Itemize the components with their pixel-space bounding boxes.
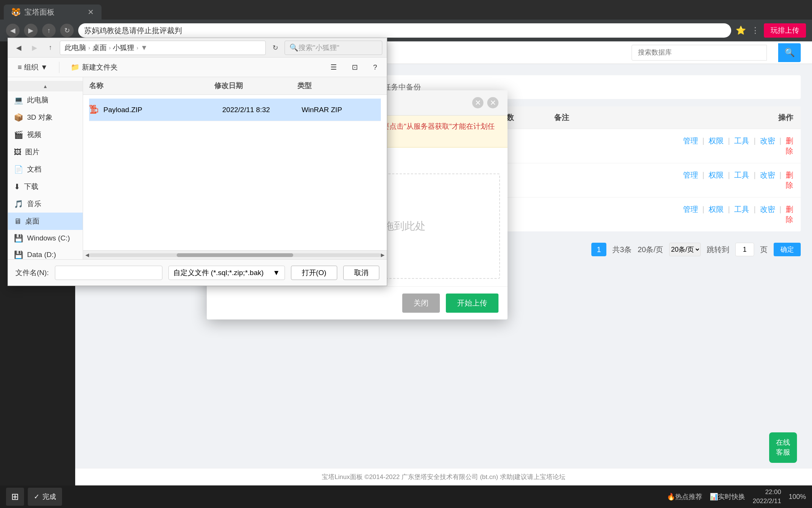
active-tab[interactable]: 🐯 宝塔面板 ✕ [4,5,102,20]
page-confirm-btn[interactable]: 确定 [774,243,801,256]
page-num-btn[interactable]: 1 [591,243,606,256]
browser-icons: ⭐ ⋮ [736,26,759,35]
row2-manage[interactable]: 管理 [683,171,698,179]
fe-search-bar[interactable]: 🔍 搜索"小狐狸" [285,41,382,55]
fe-cancel-btn[interactable]: 取消 [343,266,379,280]
fe-sidebar-downloads[interactable]: ⬇ 下载 [8,178,83,195]
row1-manage[interactable]: 管理 [683,137,698,145]
row2-tools[interactable]: 工具 [734,171,749,179]
scrollbar-track[interactable] [89,253,381,257]
bookmarks-icon[interactable]: ⭐ [736,26,746,35]
fe-filetype-select[interactable]: 自定义文件 (*.sql;*.zip;*.bak) ▼ [168,266,285,280]
scroll-left-icon[interactable]: ◀ [85,252,89,258]
fe-open-btn[interactable]: 打开(O) [291,266,337,280]
file-name: Payload.ZIP [103,106,222,114]
fe-refresh-btn[interactable]: ↻ [269,41,282,54]
row3-changepw[interactable]: 改密 [760,205,775,213]
fe-sidebar: ▲ 💻 此电脑 📦 3D 对象 🎬 视频 🖼 图片 📄 文档 [8,77,83,259]
row3-perms[interactable]: 权限 [709,205,724,213]
row1-changepw[interactable]: 改密 [760,137,775,145]
row3-manage[interactable]: 管理 [683,205,698,213]
start-button[interactable]: ⊞ [6,488,24,506]
taskbar-app-icon: ✓ [34,493,39,501]
fe-forward-btn[interactable]: ▶ [28,41,41,54]
upload-modal-close-2[interactable]: ✕ [487,97,498,108]
page-jump-input[interactable] [735,243,754,256]
fe-content: 🗜 Payload.ZIP 2022/2/11 8:32 WinRAR ZIP [83,95,387,250]
refresh-button[interactable]: ↻ [60,24,74,37]
fe-sidebar-3d[interactable]: 📦 3D 对象 [8,109,83,126]
row2-changepw[interactable]: 改密 [760,171,775,179]
fe-col-header: 名称 修改日期 类型 [83,77,387,95]
fe-sidebar-docs-label: 文档 [27,164,41,174]
menu-icon[interactable]: ⋮ [751,26,759,35]
taskbar: ⊞ ✓ 完成 🔥热点推荐 📊实时快换 22:00 2022/2/11 100% [0,485,812,508]
fe-filename-input[interactable] [55,266,162,280]
per-page: 20条/页 [638,245,663,255]
fe-sidebar-computer-label: 此电脑 [27,95,48,105]
fe-main: 名称 修改日期 类型 🗜 Payload.ZIP 2022/2/11 8:32 … [83,77,387,259]
fe-sidebar-scroll-up[interactable]: ▲ [8,81,83,91]
online-service-btn[interactable]: 在线 客服 [769,432,797,463]
fe-sidebar-pictures[interactable]: 🖼 图片 [8,143,83,161]
fe-file-row[interactable]: 🗜 Payload.ZIP 2022/2/11 8:32 WinRAR ZIP [89,99,381,121]
forward-button[interactable]: ▶ [24,24,38,37]
taskbar-app-complete[interactable]: ✓ 完成 [28,488,62,506]
battery-pct: 100% [789,493,806,501]
row1-perms[interactable]: 权限 [709,137,724,145]
back-button[interactable]: ◀ [6,24,20,37]
row3-delete[interactable]: 删除 [786,205,793,224]
fe-help-btn[interactable]: ? [369,61,381,74]
db-search-button[interactable]: 🔍 [778,43,801,62]
upload-modal-close-1[interactable]: ✕ [472,97,483,108]
fe-sidebar-c-label: Windows (C:) [27,234,70,242]
online-service-text: 在线 客服 [776,438,790,456]
fe-back-btn[interactable]: ◀ [12,41,25,54]
upload-start-btn[interactable]: 开始上传 [446,294,498,313]
fe-view-btn[interactable]: ☰ [327,61,341,74]
page-label: 页 [760,245,768,255]
fe-sidebar-docs[interactable]: 📄 文档 [8,161,83,178]
fe-up-btn[interactable]: ↑ [44,41,57,54]
fe-sidebar-music[interactable]: 🎵 音乐 [8,195,83,213]
footer-text: 宝塔Linux面板 ©2014-2022 广东堡塔安全技术有限公司 (bt.cn… [322,473,565,481]
c-drive-icon: 💾 [14,234,23,243]
upload-close-btn[interactable]: 关闭 [402,294,440,313]
db-search-input[interactable] [632,45,767,61]
fe-sidebar-d-drive[interactable]: 💾 Data (D:) [8,246,83,259]
3d-icon: 📦 [14,113,23,122]
fe-sidebar-c-drive[interactable]: 💾 Windows (C:) [8,230,83,246]
address-bar[interactable]: 苏妈鸡教徒恳请停止批评裁判 [78,23,731,38]
fe-path-expand[interactable]: ▼ [141,44,148,52]
fe-sidebar-video[interactable]: 🎬 视频 [8,126,83,143]
fe-path-bar[interactable]: 此电脑 › 桌面 › 小狐狸 › ▼ [60,41,266,55]
view-icon: ☰ [330,63,337,71]
fe-sidebar-desktop[interactable]: 🖥 桌面 [8,213,83,230]
fe-organize-btn[interactable]: ≡ 组织 ▼ [14,60,52,75]
fe-path-desktop: 桌面 [92,43,107,53]
fe-sidebar-downloads-label: 下载 [24,182,38,192]
upload-btn[interactable]: 玩排上传 [764,23,806,38]
row3-tools[interactable]: 工具 [734,205,749,213]
row2-delete[interactable]: 删除 [786,171,793,189]
tab-close-icon[interactable]: ✕ [88,8,94,17]
preview-icon: ⊡ [352,63,358,71]
up-button[interactable]: ↑ [42,24,56,37]
realtime-btn[interactable]: 📊实时快换 [710,492,745,501]
fe-new-folder-btn[interactable]: 📁 新建文件夹 [67,60,121,75]
fe-sidebar-pictures-label: 图片 [25,147,39,157]
row1-tools[interactable]: 工具 [734,137,749,145]
scrollbar-thumb[interactable] [177,253,293,257]
fe-horizontal-scrollbar[interactable]: ◀ ▶ [83,250,387,259]
row1-delete[interactable]: 删除 [786,137,793,155]
fe-sidebar-computer[interactable]: 💻 此电脑 [8,91,83,109]
fe-preview-btn[interactable]: ⊡ [348,61,362,74]
scroll-right-icon[interactable]: ▶ [381,252,385,258]
row2-perms[interactable]: 权限 [709,171,724,179]
per-page-select[interactable]: 20条/页 50条/页 [669,243,701,256]
tab-bar: 🐯 宝塔面板 ✕ [0,0,812,20]
clock-date: 2022/2/11 [753,497,781,506]
downloads-icon: ⬇ [14,182,20,191]
systray: 🔥热点推荐 📊实时快换 22:00 2022/2/11 100% [667,488,806,506]
hotspot-btn[interactable]: 🔥热点推荐 [667,492,702,501]
